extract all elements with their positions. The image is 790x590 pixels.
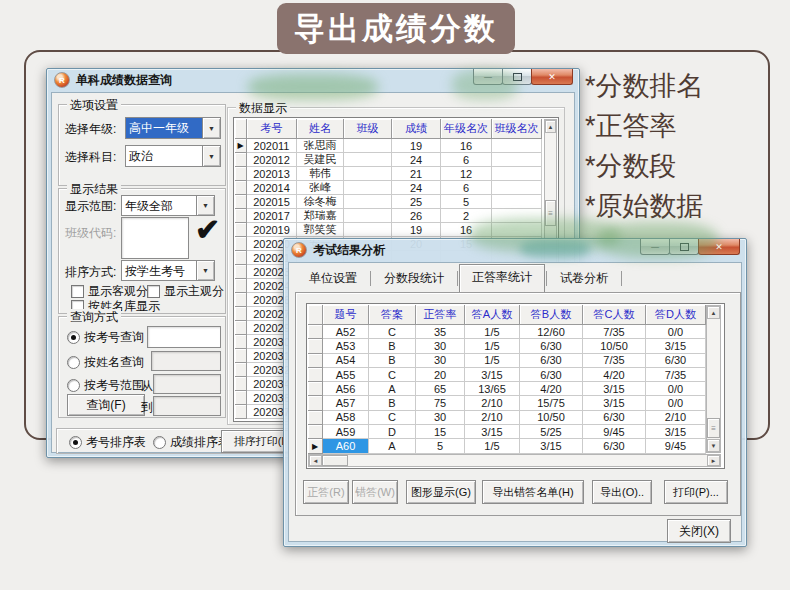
grid-cell[interactable]: 9/45	[646, 439, 706, 453]
row-selector[interactable]	[235, 377, 247, 391]
row-selector[interactable]	[308, 325, 323, 339]
scrollbar-thumb[interactable]	[322, 455, 348, 466]
grid-cell[interactable]: 12/60	[520, 325, 583, 339]
grid-cell[interactable]: 9/45	[583, 425, 646, 439]
by-name-radio[interactable]: 按姓名查询	[67, 354, 144, 371]
grid-cell[interactable]: 202017	[247, 209, 297, 223]
row-selector[interactable]	[235, 195, 247, 209]
row-selector[interactable]	[235, 349, 247, 363]
row-selector[interactable]: ▶	[308, 439, 323, 453]
graph-display-button[interactable]: 图形显示(G)	[406, 480, 476, 504]
grid-cell[interactable]	[344, 139, 392, 153]
row-selector[interactable]	[308, 411, 323, 425]
grid-cell[interactable]: 5/25	[520, 425, 583, 439]
grid-cell[interactable]: 19	[392, 139, 441, 153]
print-button[interactable]: 打印(P)...	[664, 480, 728, 504]
export-wrong-list-button[interactable]: 导出错答名单(H)	[482, 480, 584, 504]
vertical-scrollbar[interactable]: ▲ ≡ ▼	[706, 305, 721, 453]
grid-cell[interactable]: 2	[441, 209, 492, 223]
grid-cell[interactable]	[492, 167, 542, 181]
grid-cell[interactable]: 4/20	[583, 368, 646, 382]
row-selector[interactable]	[235, 167, 247, 181]
grid-cell[interactable]: 202012	[247, 153, 297, 167]
sort-combobox[interactable]: 按学生考号 ▼	[121, 260, 215, 281]
grid-cell[interactable]: 13/65	[465, 382, 520, 396]
row-selector[interactable]	[235, 293, 247, 307]
grid-cell[interactable]: 1/5	[465, 325, 520, 339]
grid-cell[interactable]: A54	[323, 354, 369, 368]
horizontal-scrollbar[interactable]: ◄ ►	[308, 454, 721, 467]
maximize-button[interactable]	[502, 69, 532, 85]
grid-cell[interactable]: 202014	[247, 181, 297, 195]
grid-cell[interactable]: 5	[441, 195, 492, 209]
grid-cell[interactable]: 3/15	[583, 382, 646, 396]
grid-cell[interactable]: 3/15	[583, 396, 646, 410]
tab-paper-analysis[interactable]: 试卷分析	[548, 266, 620, 292]
grid-cell[interactable]	[492, 209, 542, 223]
row-selector[interactable]	[308, 396, 323, 410]
class-code-listbox[interactable]	[121, 217, 189, 259]
grid-cell[interactable]: 75	[416, 396, 465, 410]
grid-cell[interactable]: 25	[392, 195, 441, 209]
grid-cell[interactable]: A53	[323, 339, 369, 353]
grid-cell[interactable]: 2/10	[646, 411, 706, 425]
grid-cell[interactable]: 张思雨	[297, 139, 344, 153]
grid-cell[interactable]	[492, 223, 542, 237]
row-selector[interactable]	[235, 321, 247, 335]
grid-cell[interactable]: 16	[441, 139, 492, 153]
grid-header-cell[interactable]: 成绩	[392, 119, 441, 139]
row-selector[interactable]	[235, 223, 247, 237]
grid-cell[interactable]: A	[369, 382, 416, 396]
grid-cell[interactable]	[344, 223, 392, 237]
grid-cell[interactable]: D	[369, 425, 416, 439]
row-selector[interactable]	[235, 391, 247, 405]
grid-cell[interactable]: C	[369, 325, 416, 339]
subject-combobox[interactable]: 政治 ▼	[125, 145, 221, 167]
grid-cell[interactable]: 3/15	[465, 425, 520, 439]
row-selector[interactable]	[235, 265, 247, 279]
grid-header-cell[interactable]: 题号	[323, 305, 369, 325]
row-selector[interactable]	[235, 405, 247, 419]
grid-cell[interactable]	[344, 209, 392, 223]
grid-cell[interactable]: 6	[441, 181, 492, 195]
grid-header-cell[interactable]: 姓名	[297, 119, 344, 139]
wrong-answer-button[interactable]: 错答(W)	[352, 480, 398, 504]
grid-cell[interactable]: A	[369, 439, 416, 453]
grid-cell[interactable]: 16	[441, 223, 492, 237]
grid-cell[interactable]: 30	[416, 339, 465, 353]
grid-cell[interactable]: 6/30	[520, 354, 583, 368]
grid-cell[interactable]: A52	[323, 325, 369, 339]
grid-cell[interactable]: 35	[416, 325, 465, 339]
grid-cell[interactable]: 10/50	[583, 339, 646, 353]
grid-cell[interactable]: C	[369, 368, 416, 382]
grid-cell[interactable]: 20	[416, 368, 465, 382]
grid-cell[interactable]: B	[369, 339, 416, 353]
grid-cell[interactable]: 5	[416, 439, 465, 453]
tab-unit-settings[interactable]: 单位设置	[297, 266, 369, 292]
grid-cell[interactable]: B	[369, 354, 416, 368]
grid-cell[interactable]: 郑瑞嘉	[297, 209, 344, 223]
id-sort-radio[interactable]: 考号排序表	[69, 434, 146, 451]
grid-cell[interactable]: 6/30	[583, 439, 646, 453]
grid-cell[interactable]: 6	[441, 153, 492, 167]
by-range-radio[interactable]: 按考号范围	[67, 377, 144, 394]
grid-cell[interactable]	[344, 153, 392, 167]
grid-cell[interactable]: 26	[392, 209, 441, 223]
grid-cell[interactable]: 1/5	[465, 339, 520, 353]
grid-cell[interactable]: 24	[392, 153, 441, 167]
grid-cell[interactable]: 吴建民	[297, 153, 344, 167]
chevron-down-icon[interactable]: ▼	[202, 118, 220, 138]
grid-cell[interactable]	[344, 195, 392, 209]
export-button[interactable]: 导出(O)..	[592, 480, 652, 504]
row-selector[interactable]	[235, 237, 247, 251]
grid-cell[interactable]: 15	[416, 425, 465, 439]
by-name-input[interactable]	[151, 351, 221, 371]
grid-cell[interactable]: 1/5	[465, 439, 520, 453]
grid-cell[interactable]: 7/35	[583, 325, 646, 339]
close-button[interactable]: ✕	[698, 239, 740, 255]
grid-cell[interactable]: 202019	[247, 223, 297, 237]
grid-cell[interactable]: 202011	[247, 139, 297, 153]
grid-cell[interactable]	[492, 139, 542, 153]
row-selector[interactable]	[308, 382, 323, 396]
grid-header-cell[interactable]: 答A人数	[465, 305, 520, 325]
